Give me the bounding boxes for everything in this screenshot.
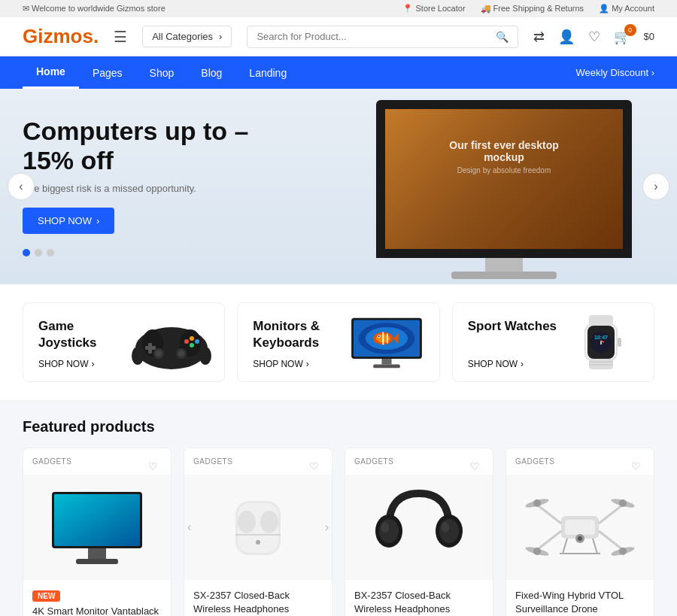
wishlist-btn-1[interactable]: ♡ [142, 456, 163, 477]
product-info-2: SX-2357 Closed-Back Wireless Headphones … [184, 580, 332, 616]
topbar-left: ✉ Welcome to worldwide Gizmos store [23, 4, 165, 14]
svg-point-54 [439, 519, 459, 543]
svg-rect-35 [618, 338, 621, 347]
svg-line-64 [599, 531, 623, 550]
cart-price: $0 [644, 31, 654, 42]
hero-dot-2[interactable] [35, 249, 42, 256]
svg-point-11 [156, 350, 162, 357]
svg-point-56 [442, 522, 449, 533]
svg-point-72 [533, 499, 541, 507]
product-top-3: GADGETS ♡ ⇄ [345, 448, 493, 475]
wishlist-btn-3[interactable]: ♡ [464, 456, 485, 477]
hero-dot-3[interactable] [47, 249, 54, 256]
product-name-3: BX-2357 Closed-Back Wireless Headphones [354, 589, 484, 616]
monitor-screen: Our first ever desktop mockup Design by … [376, 100, 632, 258]
cart-icon[interactable]: 🛒 0 [614, 29, 630, 45]
hero-dot-1[interactable] [23, 249, 30, 256]
earbuds-svg [209, 486, 307, 569]
hamburger-menu[interactable]: ☰ [114, 28, 127, 46]
categories-section: Game Joysticks SHOP NOW › [0, 284, 677, 400]
category-title-monitors: Monitors & Keyboards [253, 318, 347, 351]
monitor-base [451, 272, 557, 279]
product-info-4: Fixed-Wing Hybrid VTOL Surveillance Dron… [506, 580, 654, 616]
logo[interactable]: Gizmos. [23, 25, 99, 48]
monitor-svg [345, 314, 428, 371]
svg-rect-42 [54, 494, 140, 546]
svg-point-13 [132, 347, 144, 365]
nav-item-blog[interactable]: Blog [187, 58, 235, 88]
product-image-3 [345, 475, 493, 580]
product-card-4: GADGETS ♡ ⇄ [505, 448, 654, 616]
svg-point-7 [195, 339, 199, 344]
topbar-store-locator[interactable]: 📍 Store Locator [402, 4, 465, 14]
new-badge-1: NEW [32, 590, 60, 602]
headphones-svg [370, 482, 468, 572]
svg-point-60 [578, 536, 582, 541]
nav-item-landing[interactable]: Landing [235, 58, 300, 88]
category-title-joysticks: Game Joysticks [38, 318, 132, 351]
chevron-right-icon: › [219, 31, 222, 42]
svg-point-12 [178, 350, 184, 357]
svg-point-55 [381, 522, 389, 533]
svg-line-61 [537, 505, 561, 523]
hero-dots [23, 249, 263, 256]
drone-svg [524, 482, 636, 572]
wishlist-btn-2[interactable]: ♡ [303, 456, 324, 477]
hero-text: Computers up to – 15% off The biggest ri… [23, 117, 263, 256]
svg-line-69 [563, 539, 567, 554]
svg-point-52 [379, 519, 399, 543]
product-top-1: GADGETS ♡ ⇄ [23, 448, 171, 475]
user-icon[interactable]: 👤 [558, 29, 575, 45]
product-info-3: BX-2357 Closed-Back Wireless Headphones … [345, 580, 493, 616]
svg-point-49 [260, 511, 278, 533]
search-input[interactable] [257, 31, 489, 42]
nav-item-shop[interactable]: Shop [136, 58, 188, 88]
header: Gizmos. ☰ All Categories › 🔍 ⇄ 👤 ♡ 🛒 0 $… [0, 17, 677, 56]
product-next-btn-2[interactable]: › [325, 520, 329, 534]
joystick-svg [130, 314, 213, 371]
transfer-icon[interactable]: ⇄ [533, 29, 545, 45]
topbar-account[interactable]: 👤 My Account [599, 4, 654, 14]
svg-point-75 [619, 548, 627, 555]
hero-prev-btn[interactable]: ‹ [8, 173, 35, 200]
arrow-right-icon: › [96, 215, 99, 226]
joystick-image [126, 312, 217, 372]
topbar-shipping: 🚚 Free Shipping & Returns [481, 4, 584, 14]
svg-point-73 [619, 499, 627, 507]
search-bar: 🔍 [247, 26, 518, 48]
product-name-4: Fixed-Wing Hybrid VTOL Surveillance Dron… [515, 589, 645, 616]
product-prev-btn-2[interactable]: ‹ [187, 520, 191, 534]
svg-point-74 [533, 548, 541, 555]
svg-text:10:47: 10:47 [594, 335, 608, 340]
svg-point-14 [199, 347, 211, 365]
search-icon[interactable]: 🔍 [496, 31, 509, 43]
hero-title: Computers up to – 15% off [23, 117, 263, 175]
hero-shop-now-btn[interactable]: SHOP NOW › [23, 208, 114, 234]
nav-item-home[interactable]: Home [23, 56, 79, 89]
svg-point-50 [256, 540, 260, 545]
featured-section: Featured products GADGETS ♡ ⇄ [0, 400, 677, 616]
logo-dot: . [93, 25, 99, 47]
svg-rect-4 [148, 343, 152, 354]
cart-badge: 0 [624, 24, 636, 36]
svg-rect-37 [589, 315, 613, 326]
svg-line-62 [599, 505, 623, 523]
wishlist-btn-4[interactable]: ♡ [625, 456, 646, 477]
nav-item-pages[interactable]: Pages [79, 58, 136, 88]
product-card-3: GADGETS ♡ ⇄ [345, 448, 493, 616]
category-card-watches: Sport Watches SHOP NOW › 10:47 [452, 302, 654, 382]
wishlist-icon[interactable]: ♡ [588, 29, 600, 45]
header-icons: ⇄ 👤 ♡ 🛒 0 $0 [533, 29, 654, 45]
category-label: All Categories [152, 31, 213, 42]
weekly-discount[interactable]: Weekly Discount › [575, 67, 654, 78]
watch-image: 10:47 [556, 312, 646, 372]
svg-rect-27 [373, 364, 400, 368]
product-card-1: GADGETS ♡ ⇄ NEW [23, 448, 172, 616]
category-selector[interactable]: All Categories › [142, 26, 232, 47]
product-image-1 [23, 475, 171, 580]
product-name-2: SX-2357 Closed-Back Wireless Headphones [193, 589, 323, 616]
arrow-right-icon: › [521, 359, 524, 369]
hero-next-btn[interactable]: › [642, 173, 669, 200]
product-top-2: GADGETS ♡ ⇄ [184, 448, 332, 475]
top-bar: ✉ Welcome to worldwide Gizmos store 📍 St… [0, 0, 677, 17]
